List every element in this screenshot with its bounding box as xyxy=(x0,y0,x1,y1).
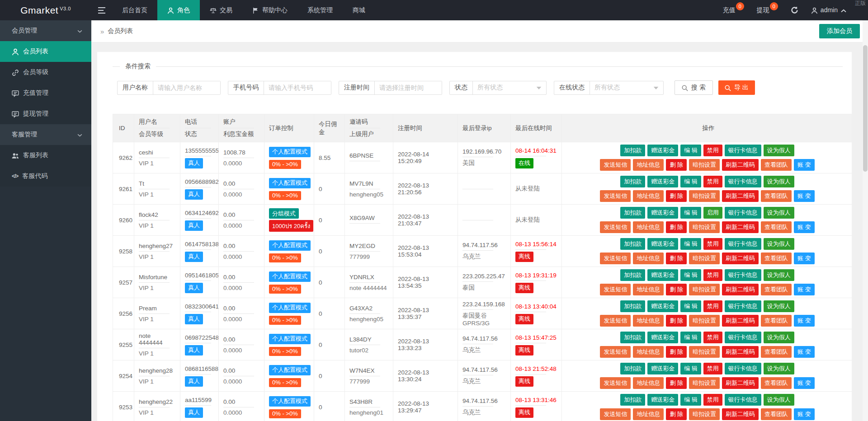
view-team-button[interactable]: 查看团队 xyxy=(761,159,792,171)
set-fake-button[interactable]: 设为假人 xyxy=(764,269,794,281)
send-sms-button[interactable]: 发送短信 xyxy=(600,408,631,420)
set-fake-button[interactable]: 设为假人 xyxy=(764,332,794,343)
delete-button[interactable]: 删 除 xyxy=(666,190,687,202)
delete-button[interactable]: 删 除 xyxy=(666,284,687,295)
bank-card-info-button[interactable]: 银行卡信息 xyxy=(725,176,761,187)
order-mode-badge[interactable]: 分组模式 xyxy=(269,208,299,219)
add-member-button[interactable]: 添加会员 xyxy=(819,24,860,38)
refresh-qrcode-button[interactable]: 刷新二维码 xyxy=(722,408,759,420)
edit-button[interactable]: 编 辑 xyxy=(680,269,701,281)
gift-bonus-button[interactable]: 赠送彩金 xyxy=(647,269,678,281)
gift-bonus-button[interactable]: 赠送彩金 xyxy=(647,176,678,187)
delete-button[interactable]: 删 除 xyxy=(666,253,687,264)
gift-bonus-button[interactable]: 赠送彩金 xyxy=(647,145,678,156)
edit-button[interactable]: 编 辑 xyxy=(680,394,701,406)
gift-bonus-button[interactable]: 赠送彩金 xyxy=(647,300,678,312)
delete-button[interactable]: 删 除 xyxy=(666,159,687,171)
add-deduct-button[interactable]: 加扣款 xyxy=(620,238,645,250)
send-sms-button[interactable]: 发送短信 xyxy=(600,190,631,202)
order-mode-badge[interactable]: 个人配置模式 xyxy=(269,365,311,375)
gift-bonus-button[interactable]: 赠送彩金 xyxy=(647,394,678,406)
address-info-button[interactable]: 地址信息 xyxy=(633,253,664,264)
refresh-qrcode-button[interactable]: 刷新二维码 xyxy=(722,221,759,233)
nav-item-mall[interactable]: 商城 xyxy=(343,0,375,20)
address-info-button[interactable]: 地址信息 xyxy=(633,315,664,327)
sidebar-item-member-list[interactable]: 会员列表 xyxy=(0,41,91,62)
search-button[interactable]: 搜 索 xyxy=(675,80,713,95)
order-mode-badge[interactable]: 个人配置模式 xyxy=(269,396,311,407)
account-change-button[interactable]: 账 变 xyxy=(794,377,815,389)
nav-item-home[interactable]: 后台首页 xyxy=(112,0,157,20)
app-logo[interactable]: Gmarket V3.0 xyxy=(0,0,91,20)
delete-button[interactable]: 删 除 xyxy=(666,377,687,389)
bank-card-info-button[interactable]: 银行卡信息 xyxy=(725,300,761,312)
order-rate-badge[interactable]: 0% - >0% xyxy=(269,160,301,169)
bank-card-info-button[interactable]: 银行卡信息 xyxy=(725,394,761,406)
edit-button[interactable]: 编 辑 xyxy=(680,207,701,219)
order-rate-badge[interactable]: 0% - >0% xyxy=(269,409,301,418)
bank-card-info-button[interactable]: 银行卡信息 xyxy=(725,207,761,219)
nav-item-role[interactable]: 角色 xyxy=(157,0,200,20)
view-team-button[interactable]: 查看团队 xyxy=(761,190,792,202)
gift-bonus-button[interactable]: 赠送彩金 xyxy=(647,363,678,374)
admin-menu[interactable]: admin xyxy=(805,6,853,14)
address-info-button[interactable]: 地址信息 xyxy=(633,221,664,233)
order-mode-badge[interactable]: 个人配置模式 xyxy=(269,334,311,344)
send-sms-button[interactable]: 发送短信 xyxy=(600,346,631,358)
hamburger-icon[interactable] xyxy=(91,0,112,20)
edit-button[interactable]: 编 辑 xyxy=(680,300,701,312)
set-fake-button[interactable]: 设为假人 xyxy=(764,238,794,250)
order-rate-badge[interactable]: 0% - >0% xyxy=(269,285,301,294)
account-change-button[interactable]: 账 变 xyxy=(794,284,815,295)
hidden-deduct-settings-button[interactable]: 暗扣设置 xyxy=(689,159,720,171)
disable-button[interactable]: 禁用 xyxy=(703,300,722,312)
order-rate-badge[interactable]: 0% - >0% xyxy=(269,253,301,262)
order-rate-badge[interactable]: 0% - >0% xyxy=(269,378,301,387)
refresh-button[interactable] xyxy=(784,6,805,14)
sidebar-item-member-level[interactable]: 会员等级 xyxy=(0,62,91,83)
edit-button[interactable]: 编 辑 xyxy=(680,145,701,156)
refresh-qrcode-button[interactable]: 刷新二维码 xyxy=(722,346,759,358)
disable-button[interactable]: 禁用 xyxy=(703,238,722,250)
view-team-button[interactable]: 查看团队 xyxy=(761,408,792,420)
refresh-qrcode-button[interactable]: 刷新二维码 xyxy=(722,159,759,171)
send-sms-button[interactable]: 发送短信 xyxy=(600,253,631,264)
add-deduct-button[interactable]: 加扣款 xyxy=(620,300,645,312)
order-mode-badge[interactable]: 个人配置模式 xyxy=(269,147,311,157)
refresh-qrcode-button[interactable]: 刷新二维码 xyxy=(722,315,759,327)
sidebar-group-service-manage[interactable]: 客服管理 xyxy=(0,124,91,145)
sidebar-item-withdraw-manage[interactable]: 提现管理 xyxy=(0,103,91,124)
add-deduct-button[interactable]: 加扣款 xyxy=(620,394,645,406)
send-sms-button[interactable]: 发送短信 xyxy=(600,221,631,233)
view-team-button[interactable]: 查看团队 xyxy=(761,346,792,358)
address-info-button[interactable]: 地址信息 xyxy=(633,284,664,295)
address-info-button[interactable]: 地址信息 xyxy=(633,408,664,420)
hidden-deduct-settings-button[interactable]: 暗扣设置 xyxy=(689,346,720,358)
disable-button[interactable]: 禁用 xyxy=(703,145,722,156)
order-rate-badge[interactable]: 0% - >0% xyxy=(269,191,301,200)
refresh-qrcode-button[interactable]: 刷新二维码 xyxy=(722,284,759,295)
refresh-qrcode-button[interactable]: 刷新二维码 xyxy=(722,190,759,202)
hidden-deduct-settings-button[interactable]: 暗扣设置 xyxy=(689,408,720,420)
set-fake-button[interactable]: 设为假人 xyxy=(764,363,794,374)
filter-phone-input[interactable] xyxy=(264,81,331,94)
gift-bonus-button[interactable]: 赠送彩金 xyxy=(647,207,678,219)
hidden-deduct-settings-button[interactable]: 暗扣设置 xyxy=(689,315,720,327)
edit-button[interactable]: 编 辑 xyxy=(680,363,701,374)
address-info-button[interactable]: 地址信息 xyxy=(633,377,664,389)
address-info-button[interactable]: 地址信息 xyxy=(633,190,664,202)
bank-card-info-button[interactable]: 银行卡信息 xyxy=(725,363,761,374)
sidebar-item-recharge-manage[interactable]: 充值管理 xyxy=(0,83,91,103)
account-change-button[interactable]: 账 变 xyxy=(794,408,815,420)
gift-bonus-button[interactable]: 赠送彩金 xyxy=(647,238,678,250)
nav-item-system[interactable]: 系统管理 xyxy=(297,0,343,20)
disable-button[interactable]: 禁用 xyxy=(703,394,722,406)
order-rate-badge[interactable]: 0% - >0% xyxy=(269,347,301,356)
bank-card-info-button[interactable]: 银行卡信息 xyxy=(725,145,761,156)
recharge-link[interactable]: 充值 0 xyxy=(717,6,750,14)
bank-card-info-button[interactable]: 银行卡信息 xyxy=(725,269,761,281)
send-sms-button[interactable]: 发送短信 xyxy=(600,315,631,327)
scrollbar-thumb[interactable] xyxy=(863,45,868,172)
set-fake-button[interactable]: 设为假人 xyxy=(764,145,794,156)
disable-button[interactable]: 禁用 xyxy=(703,332,722,343)
